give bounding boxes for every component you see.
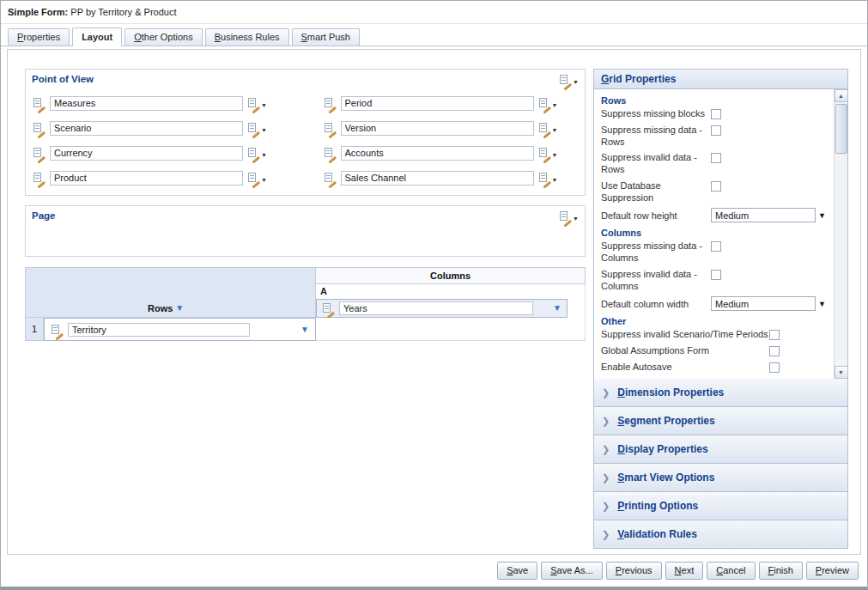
tab-other-options[interactable]: Other Options	[124, 28, 202, 46]
member-selection-icon	[247, 97, 260, 109]
member-selector-button[interactable]: ▼	[538, 122, 558, 134]
suppress-invalid-data-columns-checkbox[interactable]	[711, 270, 721, 280]
save-as-button[interactable]: Save As...	[541, 562, 603, 580]
accordion-printing-options[interactable]: ❯ Printing Options	[593, 492, 848, 520]
suppress-missing-data-rows-checkbox[interactable]	[711, 125, 721, 136]
member-selector-button[interactable]: ▼	[247, 172, 267, 184]
use-database-suppression-checkbox[interactable]	[711, 181, 721, 192]
save-button[interactable]: Save	[497, 562, 537, 580]
member-selector-button[interactable]: ▼	[247, 122, 267, 134]
chevron-right-icon: ❯	[602, 444, 610, 455]
property-row: Global Assumptions Form	[601, 345, 831, 357]
pov-input-product[interactable]	[50, 171, 243, 186]
rows-dropdown-arrow-icon[interactable]: ▼	[175, 304, 184, 313]
preview-button[interactable]: Preview	[806, 562, 859, 580]
dimension-icon	[51, 324, 64, 336]
tab-business-rules[interactable]: Business Rules	[205, 28, 289, 46]
enable-autosave-checkbox[interactable]	[769, 362, 780, 373]
member-selection-icon	[538, 147, 551, 159]
property-label: Suppress missing blocks	[601, 108, 711, 120]
chevron-right-icon: ❯	[602, 472, 610, 484]
rows-header-label: Rows	[148, 303, 173, 313]
dropdown-arrow-icon[interactable]: ▼	[818, 300, 826, 308]
accordion-validation-rules[interactable]: ❯ Validation Rules	[593, 520, 848, 549]
column-letter-cell[interactable]: A	[316, 284, 586, 299]
row-number-cell[interactable]: 1	[25, 318, 44, 341]
member-selector-button[interactable]: ▼	[247, 97, 267, 109]
next-button[interactable]: Next	[665, 562, 704, 580]
pov-dimension-row: ▼	[324, 169, 579, 186]
scroll-down-button[interactable]: ▼	[835, 366, 848, 379]
pov-input-sales-channel[interactable]	[341, 171, 534, 186]
row-dropdown-arrow-icon[interactable]: ▼	[300, 325, 309, 334]
scroll-up-button[interactable]: ▲	[835, 89, 848, 102]
footer-button-bar: Save Save As... Previous Next Cancel Fin…	[497, 562, 859, 580]
dimension-icon	[33, 97, 46, 109]
accordion-title: Dimension Properties	[617, 386, 724, 398]
suppress-missing-blocks-checkbox[interactable]	[711, 109, 721, 119]
pov-dimension-row: ▼	[324, 119, 579, 137]
member-selector-button[interactable]: ▼	[538, 97, 558, 109]
caret-down-icon: ▼	[261, 102, 267, 109]
row-member-input[interactable]	[68, 323, 250, 337]
page-title: Page	[32, 210, 56, 221]
grid-properties-header[interactable]: Grid Properties	[593, 69, 848, 89]
pov-input-period[interactable]	[341, 96, 534, 111]
pov-input-accounts[interactable]	[341, 146, 534, 161]
chevron-right-icon: ❯	[602, 529, 610, 540]
global-assumptions-form-checkbox[interactable]	[769, 346, 780, 356]
previous-button[interactable]: Previous	[606, 562, 662, 580]
member-selector-button[interactable]: ▼	[247, 147, 267, 159]
finish-button[interactable]: Finish	[759, 562, 803, 580]
member-selection-icon	[538, 122, 551, 134]
pov-section: Point of View ▼ ▼ ▼	[25, 69, 586, 196]
page-member-selector-button[interactable]: ▼	[559, 210, 579, 222]
layout-editor: Point of View ▼ ▼ ▼	[7, 49, 861, 555]
column-dropdown-arrow-icon[interactable]: ▼	[553, 304, 561, 313]
accordion-segment-properties[interactable]: ❯ Segment Properties	[593, 407, 848, 435]
accordion-display-properties[interactable]: ❯ Display Properties	[593, 435, 848, 464]
suppress-missing-data-columns-checkbox[interactable]	[711, 241, 721, 252]
dimension-icon	[322, 302, 335, 314]
rows-header[interactable]: Rows ▼	[148, 303, 184, 313]
page-section: Page ▼	[25, 205, 586, 257]
property-row: Default row height Medium ▼	[601, 208, 831, 222]
column-member-cell: ▼	[316, 299, 568, 318]
accordion-dimension-properties[interactable]: ❯ Dimension Properties	[593, 379, 848, 407]
property-label: Default column width	[601, 299, 711, 309]
column-member-input[interactable]	[339, 301, 533, 315]
accordion-title: Segment Properties	[617, 415, 714, 427]
dropdown-arrow-icon[interactable]: ▼	[818, 211, 826, 220]
property-row: Enable Autosave	[601, 362, 831, 374]
pov-input-scenario[interactable]	[50, 121, 243, 136]
pov-dimension-row: ▼	[324, 144, 579, 161]
pov-dimension-row: ▼	[324, 94, 579, 112]
column-width-dropdown[interactable]: Medium	[711, 296, 816, 311]
pov-input-currency[interactable]	[50, 146, 243, 161]
caret-down-icon: ▼	[552, 177, 558, 184]
pov-member-selector-button[interactable]: ▼	[559, 74, 579, 86]
accordion-title: Smart View Options	[617, 471, 714, 484]
suppress-invalid-scenario-time-periods-checkbox[interactable]	[769, 330, 780, 340]
caret-down-icon: ▼	[552, 152, 558, 159]
scroll-thumb[interactable]	[835, 104, 847, 154]
tab-layout[interactable]: Layout	[72, 27, 122, 46]
cancel-button[interactable]: Cancel	[707, 562, 755, 580]
suppress-invalid-data-rows-checkbox[interactable]	[711, 153, 721, 163]
pov-input-version[interactable]	[341, 121, 534, 136]
member-selection-icon	[247, 172, 260, 184]
accordion-smart-view-options[interactable]: ❯ Smart View Options	[593, 464, 848, 492]
member-selector-button[interactable]: ▼	[538, 147, 558, 159]
property-row: Suppress missing data - Rows	[601, 125, 831, 149]
member-selector-button[interactable]: ▼	[538, 172, 558, 184]
tab-smart-push[interactable]: Smart Push	[292, 28, 360, 46]
pov-input-measures[interactable]	[50, 96, 243, 111]
row-height-dropdown[interactable]: Medium	[711, 208, 816, 222]
property-label: Suppress invalid data - Columns	[601, 269, 711, 293]
dimension-icon	[33, 172, 46, 184]
scrollbar[interactable]: ▲ ▼	[834, 89, 847, 379]
dropdown-value: Medium	[715, 299, 749, 309]
grid-filler-cell	[568, 299, 586, 318]
property-label: Global Assumptions Form	[601, 345, 769, 357]
tab-properties[interactable]: Properties	[8, 28, 70, 46]
